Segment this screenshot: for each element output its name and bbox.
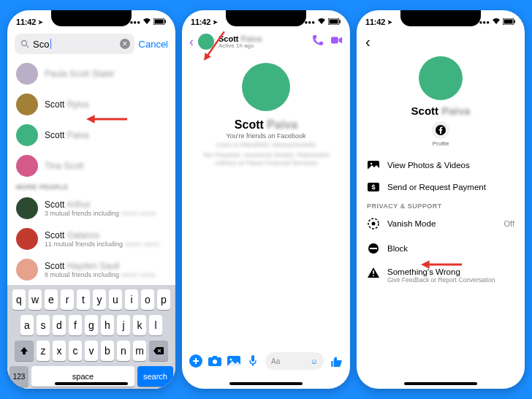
header-status: Active 1h ago (218, 43, 262, 49)
svg-rect-14 (340, 20, 341, 23)
notch (400, 10, 481, 26)
cancel-button[interactable]: Cancel (139, 39, 168, 50)
video-call-button[interactable] (331, 34, 343, 49)
profile-avatar[interactable] (419, 56, 463, 100)
key-g[interactable]: g (85, 315, 98, 335)
header-avatar[interactable] (198, 34, 214, 50)
search-input[interactable]: Sco ✕ (15, 34, 134, 54)
key-l[interactable]: l (149, 315, 162, 335)
key-t[interactable]: t (77, 289, 90, 310)
profile-name: Scott Paiva (411, 104, 471, 117)
key-r[interactable]: r (61, 289, 74, 310)
vanish-icon (367, 218, 380, 229)
settings-row-vanish[interactable]: Vanish Mode Off (357, 211, 525, 236)
svg-point-22 (213, 360, 217, 364)
profile-button[interactable]: Profile (432, 121, 449, 147)
block-icon (367, 243, 380, 254)
settings-row-sublabel: Give Feedback or Report Conversation (387, 276, 495, 284)
svg-rect-41 (373, 276, 374, 277)
back-button[interactable]: ‹ (365, 34, 370, 50)
call-button[interactable] (312, 34, 324, 49)
status-time: 11:42 (365, 18, 385, 26)
like-button[interactable] (330, 354, 343, 368)
contact-name: Paula Scott Slater (45, 69, 115, 79)
home-indicator[interactable] (55, 382, 128, 385)
key-v[interactable]: v (85, 341, 98, 361)
keyboard: q w e r t y u i o p a s d f g h j k l z … (7, 285, 175, 389)
key-b[interactable]: b (101, 341, 114, 361)
key-d[interactable]: d (53, 315, 66, 335)
svg-rect-29 (504, 20, 513, 24)
key-a[interactable]: a (20, 315, 34, 335)
key-u[interactable]: u (109, 289, 122, 310)
facebook-icon (436, 125, 446, 135)
location-icon: ➤ (387, 19, 392, 26)
key-w[interactable]: w (28, 289, 42, 310)
svg-rect-40 (373, 270, 374, 274)
contact-name: Scott RylusScott Rylus (45, 99, 89, 110)
chat-body: Scott Paiva You're friends on Facebook L… (182, 53, 350, 348)
key-delete[interactable] (149, 341, 168, 361)
text-cursor (50, 39, 51, 49)
settings-header: ‹ (357, 34, 525, 53)
contact-row[interactable]: Scott RylusScott Rylus (7, 89, 175, 120)
svg-point-25 (230, 359, 232, 361)
contact-row[interactable]: Scott Hayden Saull 8 mutual friends incl… (7, 254, 175, 285)
key-numbers[interactable]: 123 (10, 366, 28, 387)
key-shift[interactable] (15, 341, 34, 361)
key-h[interactable]: h (101, 315, 114, 335)
settings-row-payment[interactable]: $ Send or Request Payment (357, 176, 525, 198)
chat-header-title[interactable]: Scott Paiva Active 1h ago (218, 35, 262, 49)
voice-button[interactable] (246, 354, 259, 368)
contact-row[interactable]: Paula Scott Slater (7, 58, 175, 89)
chat-header: ‹ Scott Paiva Active 1h ago (182, 34, 350, 53)
key-f[interactable]: f (69, 315, 82, 335)
contact-row[interactable]: Scott Galanos 11 mutual friends includin… (7, 224, 175, 254)
svg-rect-26 (251, 355, 254, 362)
status-time: 11:42 (16, 18, 36, 26)
key-search[interactable]: search (137, 366, 173, 387)
svg-text:$: $ (371, 183, 375, 191)
contact-row[interactable]: Scott Arthur 3 mutual friends including … (7, 193, 175, 224)
key-c[interactable]: c (69, 341, 82, 361)
svg-rect-23 (213, 356, 217, 358)
phone-search: 11:42 ➤ ●●● Sco ✕ Cancel Paula Scott Sla… (7, 10, 175, 389)
gallery-button[interactable] (227, 354, 240, 368)
home-indicator[interactable] (229, 382, 303, 385)
key-n[interactable]: n (117, 341, 130, 361)
profile-work: Tax Preparer, Insurance Broker, Retireme… (182, 151, 350, 168)
clear-search-button[interactable]: ✕ (120, 39, 130, 49)
contact-row-target[interactable]: Scott Paiva (7, 120, 175, 151)
back-button[interactable]: ‹ (189, 34, 194, 50)
svg-point-37 (372, 222, 376, 226)
message-input[interactable]: Aa ☺ (265, 352, 324, 370)
settings-row-photos[interactable]: View Photos & Videos (357, 154, 525, 176)
key-q[interactable]: q (12, 289, 26, 310)
battery-icon (328, 18, 341, 26)
key-x[interactable]: x (53, 341, 66, 361)
contact-row[interactable]: Tina Scott (7, 151, 175, 181)
avatar (16, 155, 38, 177)
contact-sub: 11 mutual friends including name name (45, 240, 159, 248)
settings-row-block[interactable]: Block (357, 236, 525, 261)
home-indicator[interactable] (404, 382, 477, 385)
profile-avatar[interactable] (242, 63, 290, 111)
contact-name: Scott Hayden Saull (45, 261, 156, 271)
key-e[interactable]: e (45, 289, 58, 310)
sticker-button[interactable]: ☺ (311, 357, 318, 365)
notch (51, 10, 132, 26)
key-m[interactable]: m (133, 341, 146, 361)
key-j[interactable]: j (117, 315, 130, 335)
key-i[interactable]: i (125, 289, 138, 310)
key-y[interactable]: y (93, 289, 106, 310)
key-z[interactable]: z (37, 341, 50, 361)
add-button[interactable] (189, 354, 202, 368)
key-o[interactable]: o (141, 289, 154, 310)
svg-point-33 (370, 163, 372, 164)
key-s[interactable]: s (37, 315, 50, 335)
camera-button[interactable] (208, 354, 221, 368)
settings-row-wrong[interactable]: Something's Wrong Give Feedback or Repor… (357, 261, 525, 290)
key-k[interactable]: k (133, 315, 146, 335)
key-p[interactable]: p (157, 289, 170, 310)
svg-rect-15 (331, 37, 338, 44)
